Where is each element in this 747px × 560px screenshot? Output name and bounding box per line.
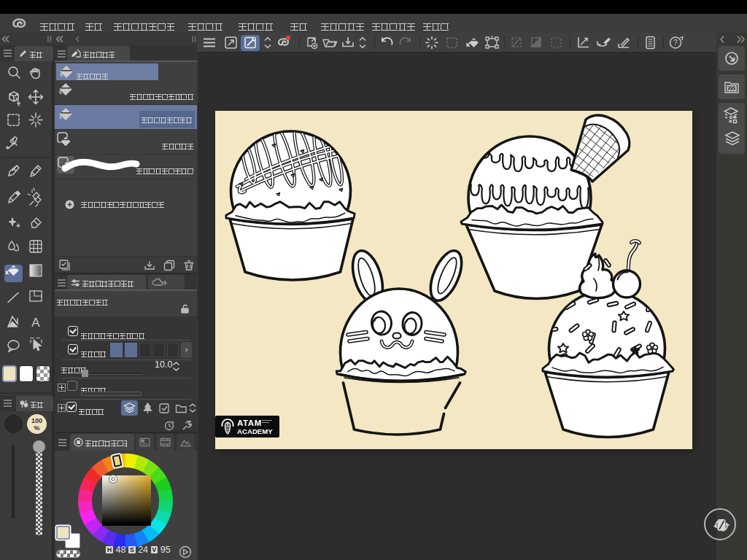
svg-text:?: ? [673, 39, 678, 47]
svg-text:A: A [31, 316, 40, 330]
